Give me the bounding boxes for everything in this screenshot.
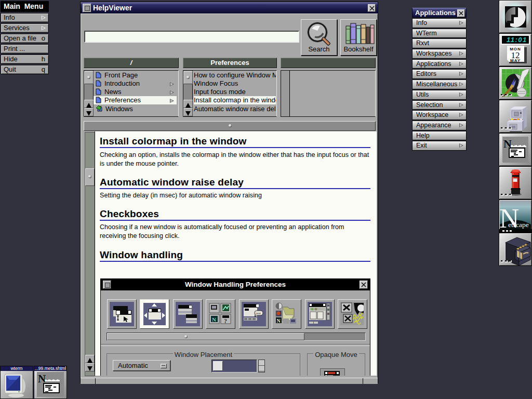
svg-text:N: N — [212, 316, 216, 323]
svg-text:11:01: 11:01 — [507, 36, 527, 44]
svg-text:MAY: MAY — [510, 58, 521, 63]
svg-text:rxvt: rxvt — [256, 312, 261, 315]
svg-text:etscape: etscape — [508, 221, 529, 229]
svg-text:?: ? — [224, 317, 227, 325]
svg-text:N: N — [277, 318, 281, 324]
svg-text:N: N — [503, 137, 512, 150]
